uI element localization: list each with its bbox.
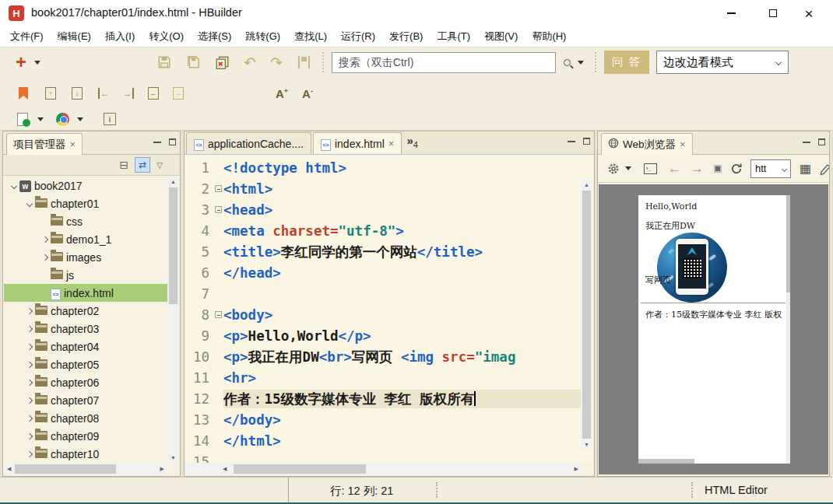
qr-code-icon[interactable]: ▦ bbox=[800, 163, 811, 175]
code-line-6[interactable]: 6</head> bbox=[185, 262, 582, 283]
format-source-icon[interactable]: ← bbox=[148, 87, 159, 100]
address-select[interactable]: htt bbox=[750, 159, 791, 178]
font-increase-button[interactable]: A+ bbox=[276, 87, 288, 100]
tree-item-book2017[interactable]: wbook2017 bbox=[4, 177, 167, 194]
tree-item-chapter07[interactable]: chapter07 bbox=[4, 391, 167, 409]
tree-item-chapter01[interactable]: chapter01 bbox=[4, 194, 167, 212]
expander-icon[interactable] bbox=[24, 398, 35, 403]
new-file-button[interactable]: + bbox=[16, 53, 26, 72]
close-icon[interactable]: × bbox=[388, 138, 395, 149]
panel-minimize-icon[interactable] bbox=[803, 141, 810, 143]
search-dropdown-icon[interactable] bbox=[578, 61, 584, 65]
expander-icon[interactable] bbox=[40, 255, 51, 260]
menu-item-2[interactable]: 插入(I) bbox=[98, 26, 142, 47]
jump-next-edit-icon[interactable]: ↓ bbox=[72, 87, 83, 100]
tree-item-index.html[interactable]: <>index.html bbox=[4, 284, 167, 302]
new-file-dropdown-icon[interactable] bbox=[34, 61, 40, 65]
close-button[interactable]: × bbox=[791, 0, 827, 26]
maximize-button[interactable] bbox=[755, 0, 791, 26]
run-dropdown-icon[interactable] bbox=[37, 117, 44, 121]
expander-icon[interactable] bbox=[9, 184, 19, 188]
code-line-3[interactable]: 3<head> bbox=[185, 199, 582, 220]
search-input[interactable] bbox=[332, 52, 556, 73]
close-icon[interactable]: × bbox=[680, 139, 686, 149]
preview-vertical-scrollbar[interactable] bbox=[786, 195, 790, 464]
menu-item-11[interactable]: 帮助(H) bbox=[525, 26, 573, 47]
save-all-icon[interactable] bbox=[187, 55, 201, 69]
expander-icon[interactable] bbox=[40, 237, 51, 242]
preview-horizontal-scrollbar[interactable] bbox=[638, 459, 694, 464]
console-icon[interactable]: ›_ bbox=[644, 163, 657, 174]
tab-project-manager[interactable]: 项目管理器 × bbox=[6, 133, 83, 155]
tree-item-demo1_1[interactable]: demo1_1 bbox=[4, 230, 167, 248]
refresh-icon[interactable] bbox=[730, 163, 743, 175]
nav-bookmark-icon[interactable] bbox=[298, 56, 310, 68]
code-line-13[interactable]: 13</body> bbox=[185, 409, 582, 430]
tree-item-chapter02[interactable]: chapter02 bbox=[4, 302, 167, 320]
tree-item-js[interactable]: js bbox=[4, 266, 167, 284]
expander-icon[interactable] bbox=[24, 452, 35, 457]
menu-item-10[interactable]: 视图(V) bbox=[477, 26, 525, 47]
link-with-editor-button[interactable]: ⇄ bbox=[135, 157, 150, 173]
gear-dropdown-icon[interactable] bbox=[625, 166, 631, 170]
code-line-12[interactable]: 12作者：15级数字媒体专业 李红 版权所有 bbox=[185, 388, 582, 409]
menu-item-6[interactable]: 查找(L) bbox=[287, 26, 334, 47]
expander-icon[interactable] bbox=[24, 434, 35, 439]
format-selection-icon[interactable]: → bbox=[173, 87, 184, 100]
expander-icon[interactable] bbox=[24, 416, 35, 421]
tree-item-images[interactable]: images bbox=[4, 248, 167, 266]
code-line-1[interactable]: 1<!doctype html> bbox=[185, 157, 582, 178]
menu-item-3[interactable]: 转义(O) bbox=[142, 26, 191, 47]
qa-button[interactable]: 问 答 bbox=[604, 51, 649, 74]
close-icon[interactable]: × bbox=[70, 139, 76, 149]
expander-icon[interactable] bbox=[24, 380, 35, 385]
tree-item-chapter08[interactable]: chapter08 bbox=[4, 409, 167, 427]
code-line-9[interactable]: 9<p>Hello,World</p> bbox=[185, 325, 582, 346]
code-line-11[interactable]: 11<hr> bbox=[185, 367, 582, 388]
fold-marker-icon[interactable] bbox=[213, 206, 223, 213]
bookmark-icon[interactable] bbox=[19, 87, 28, 100]
view-mode-select[interactable]: 边改边看模式 bbox=[656, 51, 789, 74]
editor-horizontal-scrollbar[interactable]: ◀ ▶ bbox=[185, 463, 582, 475]
code-editor[interactable]: 1<!doctype html>2<html>3<head>4<meta cha… bbox=[185, 156, 593, 463]
panel-minimize-icon[interactable] bbox=[153, 141, 161, 143]
tab-overflow-indicator[interactable]: »4 bbox=[406, 134, 417, 149]
jump-line-start-icon[interactable]: ← bbox=[98, 88, 109, 99]
jump-prev-edit-icon[interactable]: ↑ bbox=[45, 87, 56, 100]
menu-item-4[interactable]: 选择(S) bbox=[191, 26, 238, 47]
expander-icon[interactable] bbox=[24, 362, 35, 367]
tree-item-chapter06[interactable]: chapter06 bbox=[4, 373, 167, 391]
tree-item-chapter09[interactable]: chapter09 bbox=[4, 427, 167, 445]
back-icon[interactable]: ← bbox=[668, 162, 681, 175]
tree-item-chapter03[interactable]: chapter03 bbox=[4, 320, 167, 338]
view-menu-icon[interactable]: ▽ bbox=[156, 161, 163, 170]
jump-line-end-icon[interactable]: → bbox=[123, 88, 134, 99]
menu-item-8[interactable]: 发行(B) bbox=[382, 26, 430, 47]
gear-icon[interactable] bbox=[607, 163, 620, 175]
panel-maximize-icon[interactable] bbox=[169, 138, 176, 145]
menu-item-0[interactable]: 文件(F) bbox=[3, 26, 51, 47]
fold-marker-icon[interactable] bbox=[213, 185, 223, 192]
panel-minimize-icon[interactable] bbox=[568, 140, 575, 142]
chrome-run-button[interactable] bbox=[56, 113, 69, 126]
tree-item-chapter04[interactable]: chapter04 bbox=[4, 338, 167, 355]
close-all-icon[interactable] bbox=[215, 55, 230, 69]
code-line-5[interactable]: 5<title>李红同学的第一个网站</title> bbox=[185, 241, 582, 262]
stop-icon[interactable] bbox=[714, 165, 722, 173]
redo-icon[interactable]: ↷ bbox=[270, 55, 283, 70]
collapse-all-icon[interactable]: ⊟ bbox=[120, 159, 129, 170]
font-decrease-button[interactable]: A- bbox=[302, 87, 313, 100]
editor-tab-applicationCache-[interactable]: <>applicationCache.... bbox=[186, 132, 311, 154]
menu-item-7[interactable]: 运行(R) bbox=[334, 26, 382, 47]
editor-vertical-scrollbar[interactable]: ▲ ▼ bbox=[581, 180, 592, 450]
expander-icon[interactable] bbox=[24, 345, 35, 349]
tree-item-chapter05[interactable]: chapter05 bbox=[4, 355, 167, 373]
info-button[interactable]: i bbox=[104, 113, 116, 125]
fold-marker-icon[interactable] bbox=[213, 311, 223, 318]
run-button[interactable] bbox=[17, 113, 28, 126]
menu-item-5[interactable]: 跳转(G) bbox=[238, 26, 287, 47]
panel-maximize-icon[interactable] bbox=[818, 138, 825, 145]
code-line-4[interactable]: 4<meta charset="utf-8"> bbox=[185, 220, 582, 241]
chrome-dropdown-icon[interactable] bbox=[77, 117, 83, 121]
forward-icon[interactable]: → bbox=[691, 162, 704, 175]
